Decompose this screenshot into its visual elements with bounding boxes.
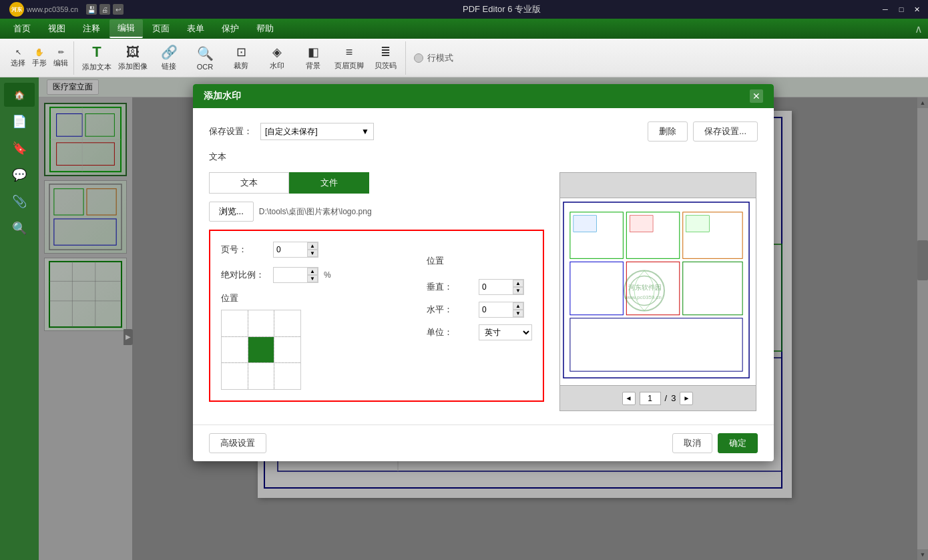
toolbar-quick-icons: 💾 🖨 ↩: [86, 4, 124, 15]
preview-image: 河东软件园 www.pc0359.cn: [560, 198, 756, 385]
link-label: 链接: [162, 61, 176, 71]
row-mode-toggle[interactable]: [414, 53, 423, 63]
link-button[interactable]: 🔗 链接: [152, 41, 186, 75]
undo-quick-icon[interactable]: ↩: [113, 4, 124, 15]
settings-dropdown[interactable]: [自定义未保存] ▼: [260, 123, 374, 140]
menu-view[interactable]: 视图: [40, 20, 73, 37]
menu-page[interactable]: 页面: [144, 20, 178, 37]
preview-bottom: ◄ / 3 ►: [560, 385, 756, 410]
settings-dropdown-arrow: ▼: [361, 127, 369, 136]
sidebar-home-button[interactable]: 🏠: [4, 83, 35, 107]
page-number-input[interactable]: [274, 242, 307, 257]
menu-annotation[interactable]: 注释: [75, 20, 108, 37]
horizontal-label: 水平：: [427, 304, 473, 316]
sidebar-page-button[interactable]: 📄: [4, 109, 35, 133]
ok-button[interactable]: 确定: [718, 433, 758, 453]
menu-home[interactable]: 首页: [5, 20, 39, 37]
delete-button[interactable]: 删除: [648, 121, 688, 142]
vertical-input[interactable]: [479, 280, 513, 294]
sidebar-attachment-button[interactable]: 📎: [4, 190, 35, 214]
dialog-close-button[interactable]: ✕: [750, 89, 763, 103]
edit-label: 编辑: [53, 58, 68, 68]
horizontal-spin-up[interactable]: ▲: [513, 302, 523, 310]
horizontal-spin-down[interactable]: ▼: [513, 310, 523, 317]
save-settings-button[interactable]: 保存设置...: [693, 121, 758, 142]
vertical-spin-down[interactable]: ▼: [513, 287, 523, 294]
menu-edit[interactable]: 编辑: [109, 19, 143, 38]
select-tool-button[interactable]: ↖ 选择: [8, 41, 28, 75]
crop-button[interactable]: ⊡ 裁剪: [224, 41, 258, 75]
menu-protect[interactable]: 保护: [214, 20, 247, 37]
dialog-overlay: 添加水印 ✕ 保存设置： [自定义未保存] ▼ 删除 保存设置... 文本: [39, 77, 928, 560]
menu-help[interactable]: 帮助: [248, 20, 282, 37]
browse-button[interactable]: 浏览...: [209, 202, 254, 222]
add-image-button[interactable]: 🖼 添加图像: [115, 41, 150, 75]
v-line-2: [274, 310, 274, 389]
prev-page-button[interactable]: ◄: [622, 392, 636, 405]
position-indicator[interactable]: [248, 337, 274, 362]
horizontal-row: 水平： ▲ ▼: [427, 302, 532, 318]
watermark-button[interactable]: ◈ 水印: [260, 41, 294, 75]
maximize-button[interactable]: □: [896, 4, 907, 15]
page-spin-down[interactable]: ▼: [307, 250, 318, 257]
attachment-icon: 📎: [12, 194, 27, 209]
row-mode-label: 行模式: [427, 52, 453, 64]
ratio-row: 绝对比例： ▲ ▼ %: [221, 267, 413, 283]
edit-tool-button[interactable]: ✏ 编辑: [51, 41, 71, 75]
advanced-settings-button[interactable]: 高级设置: [209, 433, 266, 453]
sidebar-bookmark-button[interactable]: 🔖: [4, 136, 35, 160]
sidebar-comment-button[interactable]: 💬: [4, 163, 35, 187]
position-section: 位置: [221, 292, 413, 390]
menu-bar: 首页 视图 注释 编辑 页面 表单 保护 帮助 ∧: [0, 19, 928, 39]
page-number-nav-input[interactable]: [640, 392, 661, 405]
bates-button[interactable]: ≣ 贝茨码: [368, 41, 403, 75]
background-button[interactable]: ◧ 背景: [296, 41, 330, 75]
vertical-label: 垂直：: [427, 281, 473, 293]
vertical-spin-up[interactable]: ▲: [513, 280, 523, 287]
page-spin-up[interactable]: ▲: [307, 242, 318, 250]
preview-box: 河东软件园 www.pc0359.cn ◄: [559, 172, 756, 411]
crop-icon: ⊡: [236, 45, 246, 59]
dialog-footer: 高级设置 取消 确定: [193, 425, 774, 461]
logo-subtitle: www.pc0359.cn: [27, 5, 78, 13]
window-controls: ─ □ ✕: [880, 4, 923, 15]
horizontal-input[interactable]: [479, 302, 513, 317]
percent-label: %: [324, 270, 331, 280]
add-watermark-dialog: 添加水印 ✕ 保存设置： [自定义未保存] ▼ 删除 保存设置... 文本: [193, 84, 774, 461]
cancel-button[interactable]: 取消: [672, 433, 712, 453]
select-label: 选择: [11, 58, 25, 68]
position-title-2: 位置: [427, 255, 532, 267]
ratio-spin-down[interactable]: ▼: [307, 275, 318, 282]
unit-select[interactable]: 英寸 厘米 毫米: [479, 324, 532, 340]
header-footer-label: 页眉页脚: [334, 61, 364, 71]
ocr-label: OCR: [197, 63, 213, 71]
add-image-icon: 🖼: [126, 45, 140, 60]
header-footer-button[interactable]: ≡ 页眉页脚: [332, 41, 367, 75]
save-quick-icon[interactable]: 💾: [86, 4, 97, 15]
tab-file[interactable]: 文件: [289, 172, 369, 194]
add-text-button[interactable]: T 添加文本: [79, 41, 114, 75]
search-icon: 🔍: [12, 221, 27, 236]
svg-rect-38: [573, 216, 596, 232]
tab-text[interactable]: 文本: [209, 172, 289, 194]
ocr-button[interactable]: 🔍 OCR: [188, 41, 222, 75]
ratio-input[interactable]: [274, 268, 307, 282]
print-quick-icon[interactable]: 🖨: [99, 4, 110, 15]
sidebar-search-button[interactable]: 🔍: [4, 216, 35, 240]
ratio-spin-up[interactable]: ▲: [307, 268, 318, 275]
collapse-ribbon-button[interactable]: ∧: [915, 23, 923, 35]
title-bar-left: 河东 www.pc0359.cn 💾 🖨 ↩: [5, 1, 124, 18]
toolbar: ↖ 选择 ✋ 手形 ✏ 编辑 T 添加文本 🖼 添加图像 🔗 链接 🔍 OCR: [0, 39, 928, 77]
position-grid[interactable]: [221, 310, 301, 390]
watermark-label: 水印: [270, 61, 284, 71]
svg-point-41: [624, 271, 664, 311]
text-section-label: 文本: [209, 151, 758, 163]
close-window-button[interactable]: ✕: [912, 4, 923, 15]
menu-form[interactable]: 表单: [179, 20, 212, 37]
total-pages: 3: [671, 393, 676, 403]
next-page-button[interactable]: ►: [680, 392, 693, 405]
watermark-icon: ◈: [272, 45, 282, 59]
hand-tool-button[interactable]: ✋ 手形: [29, 41, 49, 75]
page-number-row: 页号： ▲ ▼: [221, 242, 413, 258]
minimize-button[interactable]: ─: [880, 4, 891, 15]
